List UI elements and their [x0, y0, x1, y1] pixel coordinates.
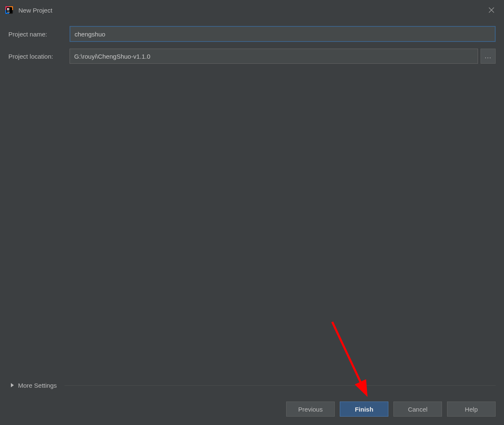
finish-button[interactable]: Finish — [340, 402, 388, 417]
empty-region — [0, 64, 504, 377]
divider — [65, 385, 496, 386]
cancel-button[interactable]: Cancel — [393, 402, 442, 417]
more-settings-expander[interactable]: More Settings — [0, 377, 504, 393]
button-bar: Previous Finish Cancel Help — [0, 402, 504, 425]
svg-rect-6 — [8, 8, 9, 10]
window-title: New Project — [18, 7, 52, 14]
project-name-label: Project name: — [8, 31, 67, 38]
project-location-label: Project location: — [8, 53, 67, 60]
ellipsis-icon: ... — [485, 52, 491, 60]
titlebar: New Project — [0, 0, 504, 20]
form-area: Project name: Project location: ... — [0, 20, 504, 64]
browse-location-button[interactable]: ... — [481, 49, 496, 64]
help-button[interactable]: Help — [447, 402, 496, 417]
more-settings-label: More Settings — [18, 382, 57, 389]
project-name-input[interactable] — [70, 26, 496, 42]
project-location-input[interactable] — [70, 49, 478, 64]
intellij-icon — [5, 6, 13, 14]
close-icon — [488, 7, 494, 13]
chevron-right-icon — [11, 383, 14, 387]
previous-button[interactable]: Previous — [286, 402, 335, 417]
close-button[interactable] — [485, 3, 498, 17]
svg-rect-7 — [7, 12, 10, 13]
svg-rect-5 — [7, 8, 8, 10]
